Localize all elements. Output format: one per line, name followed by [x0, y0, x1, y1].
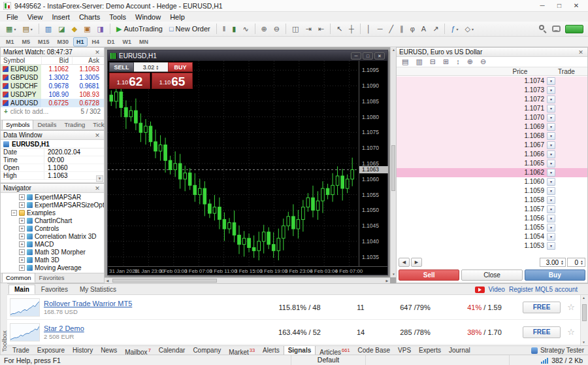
profiles-button[interactable]: ▤▾	[20, 23, 35, 35]
depth-row[interactable]: 1.1054▾	[397, 232, 587, 241]
tab-details[interactable]: Details	[33, 120, 60, 130]
depth-row[interactable]: 1.1053▾	[397, 241, 587, 251]
expand-icon[interactable]: +	[19, 234, 25, 239]
depth-row[interactable]: 1.1056▾	[397, 214, 587, 223]
market-watch-button[interactable]: ▥	[42, 23, 54, 35]
timeframe-m30-button[interactable]: M30	[54, 37, 73, 46]
depth-row[interactable]: 1.1057▾	[397, 205, 587, 214]
dom-collapse-button[interactable]: ⊟	[427, 58, 438, 67]
bottom-tab-news[interactable]: News	[97, 346, 121, 355]
trade-dropdown-icon[interactable]: ▾	[547, 123, 555, 131]
timeframe-h4-button[interactable]: H4	[89, 37, 103, 46]
trade-dropdown-icon[interactable]: ▾	[547, 215, 555, 222]
volume-field[interactable]: 3.02 ▲▼	[134, 62, 168, 72]
tab-my-statistics[interactable]: My Statistics	[74, 285, 122, 294]
depth-sell-button[interactable]: Sell	[399, 269, 459, 281]
trade-dropdown-icon[interactable]: ▾	[547, 77, 555, 85]
depth-row[interactable]: 1.1065▾	[397, 159, 587, 168]
navigator-item-correlation-matrix-3d[interactable]: +Correlation Matrix 3D	[1, 232, 104, 240]
price-axis[interactable]: 1.10951.10901.10851.10801.10751.10701.10…	[359, 61, 387, 266]
navigator-item-expertmapsarsizeoptim[interactable]: +ExpertMAPSARSizeOptim	[1, 201, 104, 209]
dom-expand-button[interactable]: ⊞	[440, 58, 451, 67]
expand-icon[interactable]: +	[19, 218, 25, 224]
spinner-down-icon[interactable]: ▼	[155, 67, 159, 70]
dom-zoom-out-button[interactable]: ⊖	[478, 58, 489, 67]
objects-button[interactable]: ◇▾	[463, 23, 476, 35]
expand-icon[interactable]: +	[19, 249, 25, 255]
trade-dropdown-icon[interactable]: ▾	[547, 196, 555, 204]
bottom-tab-vps[interactable]: VPS	[394, 346, 415, 355]
bottom-tab-alerts[interactable]: Alerts	[259, 346, 284, 355]
trade-dropdown-icon[interactable]: ▾	[547, 187, 555, 195]
depth-row[interactable]: 1.1055▾	[397, 223, 587, 232]
chart-close-button[interactable]: ✕	[374, 52, 385, 60]
trade-dropdown-icon[interactable]: ▾	[547, 114, 555, 122]
sell-button[interactable]: SELL	[109, 62, 134, 72]
navigator-item-math-3d-morpher[interactable]: +Math 3D Morpher	[1, 248, 104, 256]
cursor-button[interactable]: ↖	[334, 23, 345, 35]
close-button[interactable]: ✕	[568, 0, 585, 12]
search-icon[interactable]	[539, 25, 547, 33]
favorite-star-icon[interactable]: ☆	[564, 302, 578, 312]
signals-scrollbar[interactable]: ▲ ▼	[580, 295, 588, 345]
navigator-item-examples[interactable]: −Examples	[1, 209, 104, 217]
column-header-trade[interactable]: Trade	[546, 67, 587, 76]
bottom-tab-calendar[interactable]: Calendar	[155, 346, 189, 355]
market-watch-row[interactable]: GBPUSD1.30021.3005	[1, 73, 104, 82]
volume-spinner[interactable]: ▲▼	[561, 260, 564, 265]
video-link[interactable]: Video	[489, 286, 505, 293]
depth-row[interactable]: 1.1059▾	[397, 186, 587, 196]
chart-minimize-button[interactable]: ─	[351, 52, 361, 60]
bottom-tab-exposure[interactable]: Exposure	[33, 346, 69, 355]
market-watch-row[interactable]: USDCHF0.96780.9681	[1, 82, 104, 90]
timeframe-d1-button[interactable]: D1	[104, 37, 118, 46]
new-order-button[interactable]: □New Order	[167, 23, 213, 35]
expand-icon[interactable]: +	[19, 226, 25, 232]
close-icon[interactable]: ✕	[93, 49, 101, 56]
bottom-tab-market[interactable]: Market33	[225, 346, 259, 355]
tab-favorites[interactable]: Favorites	[35, 285, 74, 294]
tab-common[interactable]: Common	[2, 273, 35, 283]
timeframe-m1-button[interactable]: M1	[3, 37, 18, 46]
bottom-tab-history[interactable]: History	[69, 346, 97, 355]
depth-row[interactable]: 1.1069▾	[397, 122, 587, 131]
trade-dropdown-icon[interactable]: ▾	[547, 150, 555, 158]
depth-row[interactable]: 1.1068▾	[397, 131, 587, 141]
scroll-down-icon[interactable]: ▾	[96, 175, 103, 182]
minimize-button[interactable]: ─	[534, 0, 551, 12]
trade-dropdown-icon[interactable]: ▾	[547, 160, 555, 167]
scrollbar-thumb[interactable]	[582, 304, 587, 321]
column-header-bid[interactable]: Bid	[41, 57, 72, 64]
depth-row[interactable]: 1.1062▾	[397, 168, 587, 177]
expand-icon[interactable]: +	[19, 265, 25, 271]
scrollbar-thumb[interactable]	[391, 145, 395, 191]
menu-file[interactable]: File	[2, 13, 23, 21]
bottom-tab-trade[interactable]: Trade	[8, 346, 33, 355]
register-mql5-link[interactable]: Register MQL5 account	[509, 286, 578, 293]
depth-row[interactable]: 1.1060▾	[397, 177, 587, 186]
free-button[interactable]: FREE	[523, 326, 561, 338]
strategy-tester-button[interactable]: ◨	[95, 23, 106, 35]
bottom-tab-journal[interactable]: Journal	[445, 346, 474, 355]
depth-row[interactable]: 1.1072▾	[397, 95, 587, 104]
tab-symbols[interactable]: Symbols	[2, 120, 33, 130]
arrow-objects-button[interactable]: ↗	[430, 23, 441, 35]
trade-dropdown-icon[interactable]: ▾	[547, 233, 555, 241]
tab-trading[interactable]: Trading	[60, 120, 89, 130]
text-label-button[interactable]: A	[419, 23, 429, 35]
depth-row[interactable]: 1.1074▾	[397, 77, 587, 86]
trade-dropdown-icon[interactable]: ▾	[547, 224, 555, 232]
buy-price-button[interactable]: 1.10 65	[152, 73, 193, 89]
depth-row[interactable]: 1.1067▾	[397, 141, 587, 150]
menu-charts[interactable]: Charts	[74, 13, 105, 21]
timeframe-w1-button[interactable]: W1	[120, 37, 135, 46]
navigator-item-chartinchart[interactable]: +ChartInChart	[1, 217, 104, 224]
trade-dropdown-icon[interactable]: ▾	[547, 178, 555, 186]
depth-row[interactable]: 1.1073▾	[397, 86, 587, 95]
trade-dropdown-icon[interactable]: ▾	[547, 169, 555, 177]
mdi-horizontal-scrollbar[interactable]: ◀ ▶	[105, 277, 390, 283]
favorite-star-icon[interactable]: ☆	[564, 327, 578, 337]
tab-favorites[interactable]: Favorites	[35, 273, 69, 283]
sell-price-button[interactable]: 1.10 62	[109, 73, 150, 89]
equidistant-channel-button[interactable]: ∥	[397, 23, 406, 35]
